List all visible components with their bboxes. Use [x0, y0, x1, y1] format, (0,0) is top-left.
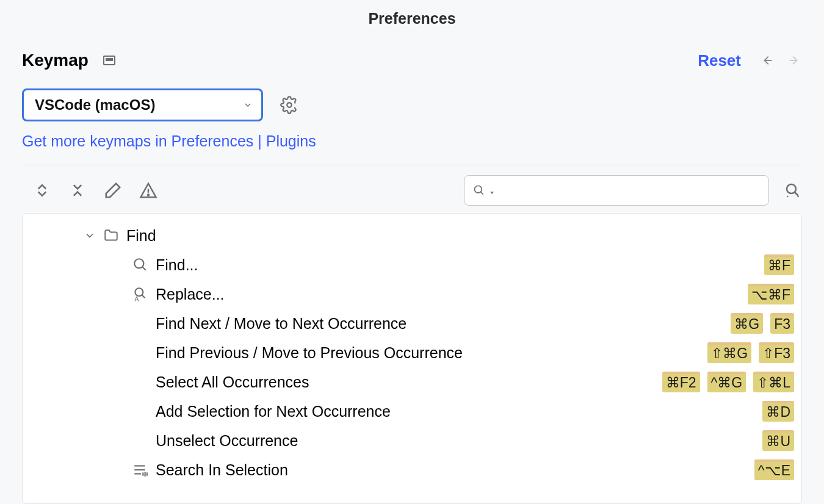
folder-icon: [103, 228, 119, 243]
shortcut-badge: ⌘D: [762, 401, 794, 422]
tree-item[interactable]: Unselect Occurrence⌘U: [23, 426, 801, 455]
shortcut-badge: ⇧F3: [759, 342, 794, 363]
tree-item-label: Select All Occurrences: [156, 373, 309, 391]
search-options-chevron-icon[interactable]: [489, 187, 495, 193]
tree-item-label: Find Previous / Move to Previous Occurre…: [156, 344, 463, 362]
tree-item-label: Search In Selection: [156, 461, 288, 479]
tree-item-label: Replace...: [156, 286, 225, 303]
svg-marker-5: [490, 192, 494, 194]
shortcut-badge: ^⌥E: [754, 459, 794, 480]
svg-point-3: [475, 186, 482, 193]
tree-item[interactable]: Add Selection for Next Occurrence⌘D: [23, 397, 801, 426]
window-title: Preferences: [0, 0, 824, 38]
panel-icon: [103, 56, 115, 65]
shortcut-badge: ⌘G: [731, 313, 763, 334]
shortcut-list: ⌘F: [764, 254, 794, 275]
shortcut-list: ⌥⌘F: [748, 284, 794, 304]
shortcut-list: ⌘D: [762, 401, 794, 422]
shortcut-badge: ^⌘G: [707, 372, 746, 392]
tree-item[interactable]: Find Previous / Move to Previous Occurre…: [23, 338, 801, 367]
find-shortcut-icon[interactable]: [784, 181, 802, 200]
svg-line-10: [142, 267, 145, 270]
search-icon: [473, 184, 485, 196]
chevron-down-icon: [243, 100, 253, 110]
chevron-down-icon[interactable]: [84, 229, 96, 242]
tree-item-label: Find...: [156, 256, 198, 274]
tree-item[interactable]: Search In Selection^⌥E: [23, 455, 801, 484]
svg-line-4: [481, 192, 483, 195]
reset-button[interactable]: Reset: [698, 51, 741, 70]
svg-point-2: [148, 195, 149, 196]
shortcut-badge: ⇧⌘G: [707, 342, 751, 363]
shortcut-badge: ⌘U: [762, 430, 794, 451]
shortcut-badge: ⇧⌘L: [753, 372, 794, 392]
tree-item[interactable]: AReplace...⌥⌘F: [23, 279, 801, 309]
divider: [22, 165, 802, 165]
search-input[interactable]: [501, 182, 760, 198]
tree-item[interactable]: Find...⌘F: [23, 250, 801, 279]
tree-item[interactable]: Select All Occurrences⌘F2^⌘G⇧⌘L: [23, 367, 801, 397]
pencil-icon[interactable]: [104, 181, 122, 200]
keymap-tree: Find Find...⌘FAReplace...⌥⌘FFind Next / …: [22, 213, 802, 504]
shortcut-list: ⌘U: [762, 430, 794, 451]
keymap-select[interactable]: VSCode (macOS): [22, 88, 263, 121]
gear-icon[interactable]: [280, 96, 298, 114]
collapse-all-icon[interactable]: [68, 181, 87, 200]
section-title: Keymap: [22, 51, 89, 70]
tree-group-find[interactable]: Find: [23, 221, 801, 250]
tree-item[interactable]: Find Next / Move to Next Occurrence⌘GF3: [23, 309, 801, 338]
svg-text:A: A: [134, 295, 139, 302]
shortcut-list: ⇧⌘G⇧F3: [707, 342, 794, 363]
tree-item-label: Add Selection for Next Occurrence: [156, 403, 391, 420]
shortcut-list: ⌘GF3: [731, 313, 794, 334]
tree-group-label: Find: [126, 227, 156, 245]
tree-item-label: Unselect Occurrence: [156, 432, 298, 450]
svg-point-9: [134, 259, 143, 268]
search-icon: [132, 257, 148, 273]
svg-point-0: [287, 103, 292, 107]
svg-point-7: [798, 196, 800, 198]
search-input-wrapper[interactable]: [464, 175, 769, 206]
shortcut-badge: F3: [770, 313, 794, 334]
back-arrow-icon[interactable]: [759, 54, 775, 67]
shortcut-list: ⌘F2^⌘G⇧⌘L: [662, 372, 794, 392]
selection-icon: [132, 462, 148, 478]
replace-icon: A: [132, 286, 148, 302]
shortcut-badge: ⌘F2: [662, 372, 700, 392]
forward-arrow-icon: [786, 54, 802, 67]
more-keymaps-link[interactable]: Get more keymaps in Preferences | Plugin…: [22, 132, 802, 150]
warning-icon[interactable]: [139, 181, 157, 200]
shortcut-badge: ⌘F: [764, 254, 794, 275]
shortcut-badge: ⌥⌘F: [748, 284, 794, 304]
keymap-select-value: VSCode (macOS): [35, 96, 155, 113]
shortcut-list: ^⌥E: [754, 459, 794, 480]
tree-item-label: Find Next / Move to Next Occurrence: [156, 315, 407, 333]
expand-all-icon[interactable]: [33, 181, 51, 200]
svg-point-8: [787, 196, 789, 198]
